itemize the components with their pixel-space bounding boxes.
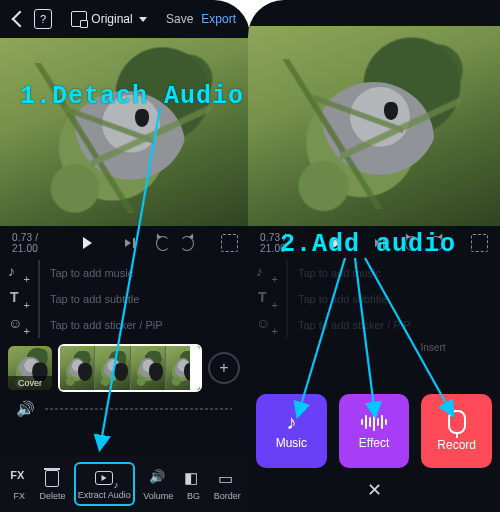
export-button[interactable]: Export bbox=[201, 12, 236, 26]
clip-tools-bar: FX Delete Extract Audio Volume BG Border bbox=[0, 456, 250, 512]
undo-button[interactable] bbox=[156, 236, 170, 251]
timeline-tracks: + Tap to add music + Tap to add subtitle… bbox=[0, 260, 250, 420]
chevron-down-icon bbox=[139, 17, 147, 22]
save-label: Save bbox=[166, 12, 193, 26]
music-note-icon: + bbox=[256, 263, 276, 283]
add-subtitle-row[interactable]: + Tap to add subtitle bbox=[256, 286, 490, 312]
selected-clip[interactable] bbox=[58, 344, 202, 392]
skip-button[interactable] bbox=[374, 235, 385, 251]
redo-button[interactable] bbox=[180, 236, 194, 251]
phone-screen-left: Original Save Export 0.73 / 21.00 + Tap … bbox=[0, 0, 250, 512]
add-music-row[interactable]: + Tap to add music bbox=[8, 260, 240, 286]
speaker-icon: 🔊 bbox=[16, 400, 35, 418]
cover-label: Cover bbox=[8, 376, 52, 390]
aspect-ratio-label: Original bbox=[91, 12, 132, 26]
back-button[interactable] bbox=[14, 13, 26, 25]
add-music-button[interactable]: ♪ Music bbox=[256, 394, 327, 468]
text-icon: + bbox=[256, 289, 276, 309]
music-note-icon: ♪ bbox=[286, 412, 296, 432]
add-subtitle-row[interactable]: + Tap to add subtitle bbox=[8, 286, 240, 312]
add-effect-button[interactable]: Effect bbox=[339, 394, 410, 468]
preview-image bbox=[248, 26, 500, 226]
record-button-label: Record bbox=[437, 438, 476, 452]
top-toolbar: Original Save Export bbox=[0, 0, 250, 38]
add-music-hint: Tap to add music bbox=[298, 267, 381, 279]
add-sticker-row[interactable]: + Tap to add sticker / PiP bbox=[8, 312, 240, 338]
help-icon bbox=[34, 9, 52, 29]
skip-button[interactable] bbox=[125, 235, 136, 251]
music-note-icon: + bbox=[8, 263, 28, 283]
close-sheet-button[interactable]: ✕ bbox=[256, 476, 492, 504]
audio-add-sheet: ♪ Music Effect Record ✕ bbox=[256, 394, 492, 504]
aspect-ratio-icon bbox=[71, 11, 87, 27]
clip-trim-handle-right[interactable] bbox=[190, 346, 200, 390]
extract-audio-icon bbox=[95, 471, 113, 485]
tool-fx[interactable]: FX bbox=[7, 464, 31, 505]
add-sticker-row[interactable]: + Tap to add sticker / PiP bbox=[256, 312, 490, 338]
video-preview[interactable] bbox=[0, 38, 250, 226]
add-subtitle-hint: Tap to add subtitle bbox=[50, 293, 139, 305]
microphone-icon bbox=[448, 410, 466, 434]
playback-bar: 0.73 / 21.00 bbox=[248, 226, 500, 260]
add-music-row[interactable]: + Tap to add music bbox=[256, 260, 490, 286]
tool-extract-audio[interactable]: Extract Audio bbox=[74, 462, 135, 506]
playback-bar: 0.73 / 21.00 bbox=[0, 226, 250, 260]
music-button-label: Music bbox=[276, 436, 307, 450]
time-display: 0.73 / 21.00 bbox=[12, 232, 63, 254]
trash-icon bbox=[45, 470, 59, 487]
play-button[interactable] bbox=[332, 237, 341, 249]
clip-strip: Cover + bbox=[8, 344, 240, 392]
undo-button[interactable] bbox=[405, 236, 419, 251]
add-clip-button[interactable]: + bbox=[208, 352, 240, 384]
effect-button-label: Effect bbox=[359, 436, 389, 450]
sticker-icon: + bbox=[256, 315, 276, 335]
fullscreen-button[interactable] bbox=[221, 234, 238, 252]
close-icon: ✕ bbox=[367, 479, 382, 501]
redo-button[interactable] bbox=[429, 236, 443, 251]
record-button[interactable]: Record bbox=[421, 394, 492, 468]
add-sticker-hint: Tap to add sticker / PiP bbox=[298, 319, 411, 331]
tool-volume[interactable]: Volume bbox=[141, 464, 175, 505]
audio-waveform-row[interactable]: 🔊 bbox=[8, 398, 240, 420]
tool-border[interactable]: Border bbox=[212, 464, 243, 505]
fx-icon bbox=[10, 469, 28, 487]
volume-icon bbox=[149, 469, 167, 487]
help-button[interactable] bbox=[34, 9, 52, 29]
time-display: 0.73 / 21.00 bbox=[260, 232, 312, 254]
play-button[interactable] bbox=[83, 237, 92, 249]
border-icon bbox=[218, 469, 236, 487]
text-icon: + bbox=[8, 289, 28, 309]
tool-delete[interactable]: Delete bbox=[37, 464, 67, 505]
insert-label: Insert bbox=[376, 342, 490, 353]
timeline-tracks: + Tap to add music + Tap to add subtitle… bbox=[248, 260, 500, 353]
add-subtitle-hint: Tap to add subtitle bbox=[298, 293, 387, 305]
video-preview[interactable] bbox=[248, 26, 500, 226]
waveform-icon bbox=[361, 412, 387, 432]
aspect-ratio-button[interactable]: Original bbox=[71, 11, 146, 27]
phone-screen-right: 0.73 / 21.00 + Tap to add music + Tap to… bbox=[248, 0, 500, 512]
cover-thumbnail[interactable]: Cover bbox=[8, 346, 52, 390]
chevron-left-icon bbox=[12, 11, 29, 28]
fullscreen-button[interactable] bbox=[471, 234, 488, 252]
top-toolbar-right bbox=[248, 0, 500, 26]
background-icon bbox=[184, 469, 202, 487]
export-label: Export bbox=[201, 12, 236, 26]
preview-image bbox=[0, 38, 250, 226]
tool-bg[interactable]: BG bbox=[181, 464, 205, 505]
save-button[interactable]: Save bbox=[166, 12, 193, 26]
sticker-icon: + bbox=[8, 315, 28, 335]
add-sticker-hint: Tap to add sticker / PiP bbox=[50, 319, 163, 331]
add-music-hint: Tap to add music bbox=[50, 267, 133, 279]
